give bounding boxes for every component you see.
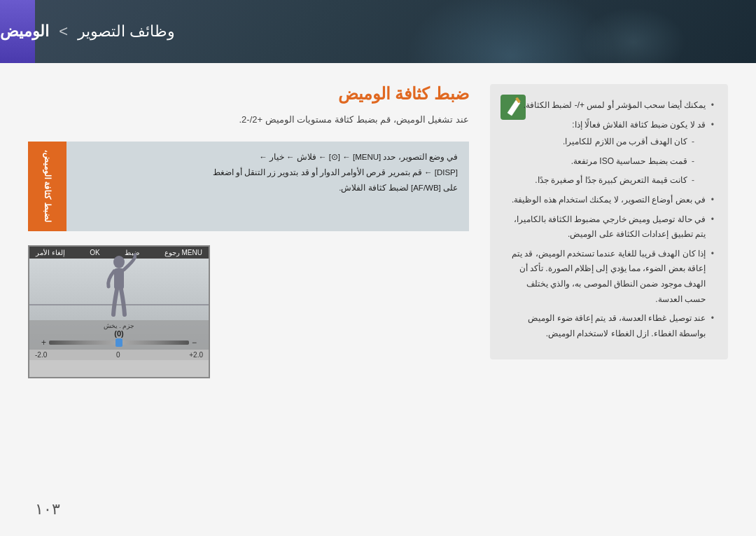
flash-density-button[interactable]: لضبط كثافة الوميض، (28, 142, 66, 231)
section-title: ضبط كثافة الوميض (28, 84, 469, 104)
camera-scene: جزم . يخش (0) − + (29, 259, 209, 350)
info-text: في وضع التصوير، حدد [MENU] ← [⊙] ← فلاش … (66, 142, 469, 231)
exposure-label: جزم . يخش (104, 322, 135, 329)
minus-icon: − (192, 338, 197, 348)
exposure-value: (0) (114, 329, 123, 338)
label-right: -2.0 (35, 351, 47, 359)
header: وظائف التصوير > الوميض (0, 0, 756, 63)
note-item: في بعض أوضاع التصوير، لا يمكنك استخدام ه… (504, 193, 714, 208)
flash-button-label: لضبط كثافة الوميض، (41, 150, 53, 223)
header-separator: > (59, 22, 68, 40)
notes-panel: يمكنك أيضا سحب المؤشر أو لمس +/- لضبط ال… (490, 84, 728, 359)
header-page-label: الوميض (0, 22, 49, 40)
header-section-label: وظائف التصوير (78, 22, 175, 40)
exposure-indicator (115, 338, 122, 347)
camera-ui: إلغاء الأمر OK ضبط رجوع MENU (28, 245, 210, 378)
ok-label: OK (90, 249, 99, 256)
exposure-controls: جزم . يخش (0) − + (29, 320, 209, 350)
notes-list: يمكنك أيضا سحب المؤشر أو لمس +/- لضبط ال… (504, 98, 714, 341)
camera-bottom-labels: -2.0 0 +2.0 (29, 350, 209, 360)
note-item: عند توصيل غطاء العدسة، قد يتم إعاقة ضوء … (504, 311, 714, 341)
info-line3: على [AF/WB] لضبط كثافة الفلاش. (339, 184, 458, 192)
info-line1: في وضع التصوير، حدد [MENU] ← [⊙] ← فلاش … (259, 153, 458, 161)
label-center: 0 (116, 351, 120, 359)
note-item: قد لا يكون ضبط كثافة الفلاش فعالًا إذا: … (504, 118, 714, 188)
info-line2: [DISP] ← قم بتمرير قرص الأوامر الدوار أو… (213, 168, 458, 177)
note-subitem: قمت بضبط حساسية ISO مرتفعة. (504, 154, 694, 170)
note-item: في حالة توصيل وميض خارجي مضبوط الكثافة ب… (504, 212, 714, 242)
note-subitem: كان الهدف أقرب من اللازم للكاميرا. (504, 135, 694, 150)
exposure-bar (49, 341, 189, 345)
plus-icon: + (41, 338, 46, 348)
exposure-bar-row: − + (41, 338, 197, 348)
header-title: وظائف التصوير > الوميض (0, 22, 175, 41)
note-subitem: كانت قيمة التعريض كبيرة جدًا أو صغيرة جد… (504, 173, 694, 188)
back-label: رجوع MENU (164, 249, 202, 256)
right-panel: ضبط كثافة الوميض عند تشغيل الوميض، قم بض… (28, 84, 469, 515)
main-content: يمكنك أيضا سحب المؤشر أو لمس +/- لضبط ال… (0, 63, 756, 536)
note-item: يمكنك أيضا سحب المؤشر أو لمس +/- لضبط ال… (504, 98, 714, 114)
svg-point-2 (113, 256, 125, 268)
notes-sublist: كان الهدف أقرب من اللازم للكاميرا. قمت ب… (504, 135, 706, 188)
label-left: +2.0 (189, 351, 203, 359)
section-description: عند تشغيل الوميض، قم بضبط كثافة مستويات … (28, 112, 469, 128)
cancel-label: إلغاء الأمر (36, 249, 65, 256)
note-item: إذا كان الهدف قريبا للغاية عندما تستخدم … (504, 247, 714, 307)
page-number: ١٠٣ (35, 500, 60, 518)
horizon-line (29, 304, 209, 305)
info-box: في وضع التصوير، حدد [MENU] ← [⊙] ← فلاش … (28, 142, 469, 231)
person-silhouette (102, 252, 136, 329)
